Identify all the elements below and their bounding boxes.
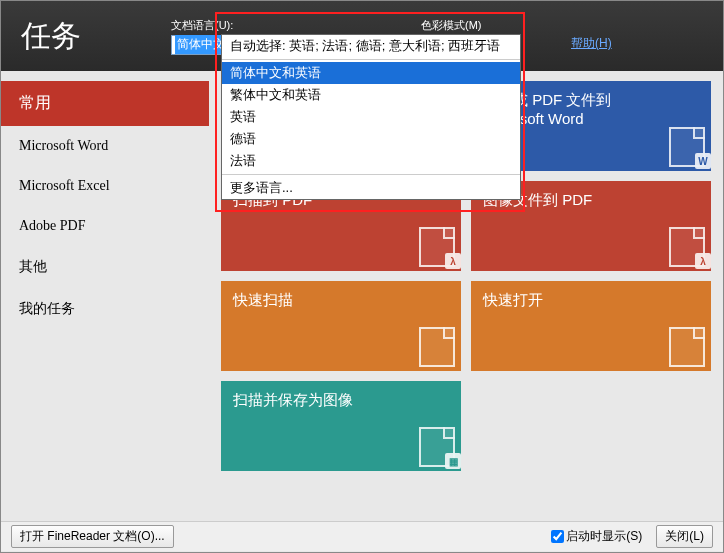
document-icon: λ — [669, 227, 705, 267]
document-icon: λ — [419, 227, 455, 267]
sidebar: 常用 Microsoft Word Microsoft Excel Adobe … — [1, 71, 209, 521]
close-button[interactable]: 关闭(L) — [656, 525, 713, 548]
sidebar-item-word[interactable]: Microsoft Word — [1, 126, 209, 166]
dropdown-option-more[interactable]: 更多语言... — [222, 177, 520, 199]
sidebar-item-excel[interactable]: Microsoft Excel — [1, 166, 209, 206]
document-icon: W — [669, 127, 705, 167]
sidebar-item-common[interactable]: 常用 — [1, 81, 209, 126]
document-icon — [419, 327, 455, 367]
footer: 打开 FineReader 文档(O)... 启动时显示(S) 关闭(L) — [1, 521, 723, 551]
startup-label-text: 启动时显示(S) — [566, 528, 642, 545]
dropdown-option[interactable]: 德语 — [222, 128, 520, 150]
open-document-button[interactable]: 打开 FineReader 文档(O)... — [11, 525, 174, 548]
task-tile[interactable]: 扫描并保存为图像▦ — [221, 381, 461, 471]
document-icon: ▦ — [419, 427, 455, 467]
doc-language-dropdown[interactable]: 自动选择: 英语; 法语; 德语; 意大利语; 西班牙语 简体中文和英语 繁体中… — [221, 34, 521, 200]
sidebar-item-pdf[interactable]: Adobe PDF — [1, 206, 209, 246]
startup-checkbox[interactable] — [551, 530, 564, 543]
sidebar-item-mytasks[interactable]: 我的任务 — [1, 288, 209, 330]
help-link[interactable]: 帮助(H) — [571, 35, 612, 52]
task-tile[interactable]: 快速打开 — [471, 281, 711, 371]
color-mode-label: 色彩模式(M) — [421, 18, 521, 33]
separator — [222, 59, 520, 60]
dropdown-option[interactable]: 英语 — [222, 106, 520, 128]
task-tile[interactable]: 快速扫描 — [221, 281, 461, 371]
page-title: 任务 — [21, 16, 81, 57]
dropdown-option[interactable]: 法语 — [222, 150, 520, 172]
tile-label: 扫描并保存为图像 — [233, 391, 449, 410]
document-icon — [669, 327, 705, 367]
separator — [222, 174, 520, 175]
tile-label: 快速扫描 — [233, 291, 449, 310]
dropdown-option[interactable]: 简体中文和英语 — [222, 62, 520, 84]
startup-checkbox-label[interactable]: 启动时显示(S) — [551, 528, 642, 545]
sidebar-item-other[interactable]: 其他 — [1, 246, 209, 288]
doc-language-label: 文档语言(U): — [171, 18, 381, 33]
dropdown-option[interactable]: 繁体中文和英语 — [222, 84, 520, 106]
tile-label: 快速打开 — [483, 291, 699, 310]
dropdown-option-auto[interactable]: 自动选择: 英语; 法语; 德语; 意大利语; 西班牙语 — [222, 35, 520, 57]
